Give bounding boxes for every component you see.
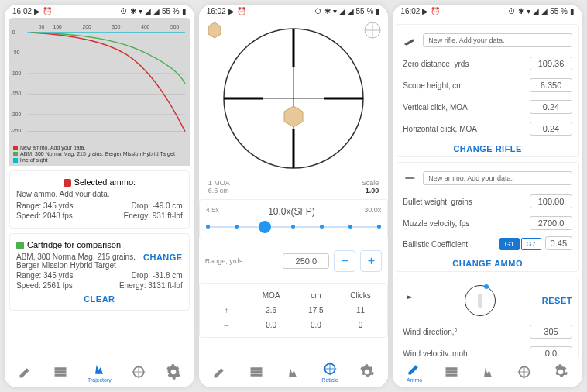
selected-ammo-title: Selected ammo: [74,177,136,187]
wind-flag-icon [403,293,418,308]
svg-marker-33 [284,106,303,127]
arrow-right-icon: → [204,321,249,329]
selected-ammo-card: Selected ammo: New ammo. Add your data. … [9,170,190,229]
alarm-icon: ⏰ [43,7,52,15]
ammo-title-input[interactable]: New ammo. Add your data. [423,171,572,185]
wind-velocity-input[interactable]: 0.0 [530,346,572,356]
svg-text:-50: -50 [12,50,20,55]
zoom-card: 4.5x10.0x(SFP)30.0x [199,199,389,239]
nav-trajectory[interactable]: Trajectory [88,361,112,383]
bullet-icon [403,170,418,186]
svg-text:-100: -100 [11,70,22,76]
trajectory-chart[interactable]: 0-50-100-150-200-250 50100200300400500 [9,18,190,142]
wind-direction-dial[interactable] [465,285,496,316]
rifle-section: New rifle. Add your data. Zero distance,… [396,24,579,157]
bc-input[interactable]: 0.45 [545,236,572,250]
zero-distance-input[interactable]: 109.36 [530,57,572,70]
bottom-nav: Reticle [199,356,389,387]
nav-table[interactable] [53,364,68,380]
svg-text:100: 100 [53,24,62,29]
selected-ammo-name: New ammo. Add your data. [16,190,183,198]
svg-text:50: 50 [39,24,45,29]
bottom-nav: Ammo [393,356,582,387]
nav-trajectory[interactable] [285,364,300,380]
scope-height-input[interactable]: 6.350 [530,78,572,92]
nav-reticle[interactable]: Reticle [321,361,338,383]
statusbar: 16:02▶⏰ ⏱✱▾◢◢55 %▮ [393,5,582,18]
nav-edit[interactable] [18,364,33,380]
range-row: Range, yrds 250.0 − + [199,244,389,278]
nav-ammo[interactable]: Ammo [407,361,422,383]
svg-text:400: 400 [141,24,149,29]
nav-settings[interactable] [359,364,375,380]
nav-trajectory[interactable] [480,364,496,380]
statusbar: 16:02▶⏰ ⏱✱▾◢◢55 %▮ [5,5,194,18]
change-ammo-button[interactable]: CHANGE AMMO [452,259,523,268]
nav-table[interactable] [444,364,459,380]
battery-icon: ▮ [182,7,187,15]
phone-trajectory: 16:02▶⏰ ⏱✱▾◢◢55 %▮ 0-50-100-150-200-250 … [5,5,194,387]
signal-icon: ◢ [153,7,160,15]
svg-text:-200: -200 [11,112,22,117]
svg-text:300: 300 [112,24,120,29]
bottom-nav: Trajectory [5,356,194,387]
bluetooth-icon: ✱ [130,7,136,15]
time: 16:02 [12,7,32,15]
phone-ammo: 16:02▶⏰ ⏱✱▾◢◢55 %▮ New rifle. Add your d… [393,5,582,387]
rifle-icon [403,33,418,48]
change-button[interactable]: CHANGE [143,253,183,270]
change-rifle-button[interactable]: CHANGE RIFLE [453,144,522,153]
svg-text:-250: -250 [11,128,22,133]
chart-legend: New ammo. Add your data. ABM, 300 Norma … [9,142,190,166]
wind-section: RESET Wind direction,°305 Wind velocity,… [396,277,579,356]
range-input[interactable]: 250.0 [283,253,329,269]
plus-button[interactable]: + [360,250,382,272]
play-icon: ▶ [34,7,40,15]
nav-reticle[interactable] [517,364,532,380]
nav-settings[interactable] [166,364,181,380]
clock-icon: ⏱ [120,7,128,15]
g1-chip[interactable]: G1 [499,238,520,250]
clear-button[interactable]: CLEAR [84,294,115,304]
nav-reticle[interactable] [131,364,146,380]
g7-chip[interactable]: G7 [521,238,541,250]
rifle-title-input[interactable]: New rifle. Add your data. [423,33,572,47]
svg-text:200: 200 [83,24,91,29]
reticle-view[interactable] [212,21,375,176]
zoom-value: 10.0x(SFP) [268,206,315,217]
comparison-name: ABM, 300 Norma Mag, 215 grains, Berger M… [16,253,137,270]
ammo-section: New ammo. Add your data. Bullet weight, … [396,162,579,272]
muzzle-velocity-input[interactable]: 2700.0 [530,216,572,230]
signal-icon: ◢ [145,7,151,15]
svg-text:0: 0 [12,29,15,35]
arrow-up-icon: ↑ [204,306,249,315]
svg-text:-150: -150 [11,91,22,96]
comparison-card: Cartridge for comparison: ABM, 300 Norma… [9,233,190,311]
svg-text:500: 500 [170,24,179,29]
battery: 55 % [162,7,180,15]
nav-table[interactable] [249,364,264,380]
green-square-icon [16,242,24,249]
nav-settings[interactable] [553,364,568,380]
minus-button[interactable]: − [334,250,355,272]
bullet-weight-input[interactable]: 100.00 [530,194,572,208]
red-square-icon [64,179,71,187]
adjustment-table: MOAcmClicks ↑2.617.511 →0.00.00 [199,283,389,338]
cm-label: 6.6 cm [208,187,229,194]
scale-value: 1.00 [366,187,379,194]
phone-reticle: 16:02▶⏰ ⏱✱▾◢◢55 %▮ 1 MOA6.6 cm Scale1.00 [199,5,389,387]
wind-direction-input[interactable]: 305 [530,325,572,339]
comparison-title: Cartridge for comparison: [27,240,123,249]
moa-label: 1 MOA [208,179,230,187]
statusbar: 16:02▶⏰ ⏱✱▾◢◢55 %▮ [199,5,389,18]
zoom-slider[interactable] [206,222,382,232]
horizontal-click-input[interactable]: 0.24 [530,122,572,136]
vertical-click-input[interactable]: 0.24 [530,100,572,114]
nav-edit[interactable] [212,364,228,380]
reset-button[interactable]: RESET [542,296,572,305]
scale-label: Scale [362,179,379,187]
wifi-icon: ▾ [139,7,142,15]
